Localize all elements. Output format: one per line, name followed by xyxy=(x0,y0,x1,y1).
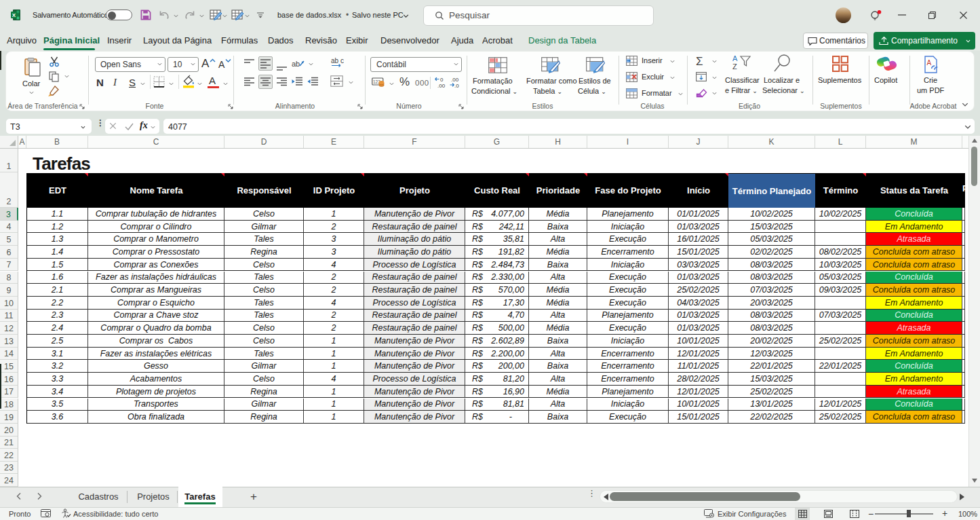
svg-text:ab: ab xyxy=(331,57,339,64)
svg-text:.0: .0 xyxy=(454,83,459,89)
svg-text:c: c xyxy=(340,57,344,64)
svg-text:Z: Z xyxy=(732,62,737,71)
svg-text:ab: ab xyxy=(292,60,300,68)
svg-text:.00: .00 xyxy=(437,83,446,89)
svg-text:A: A xyxy=(927,59,932,67)
svg-text:A: A xyxy=(732,54,738,62)
svg-text:X: X xyxy=(12,12,16,18)
